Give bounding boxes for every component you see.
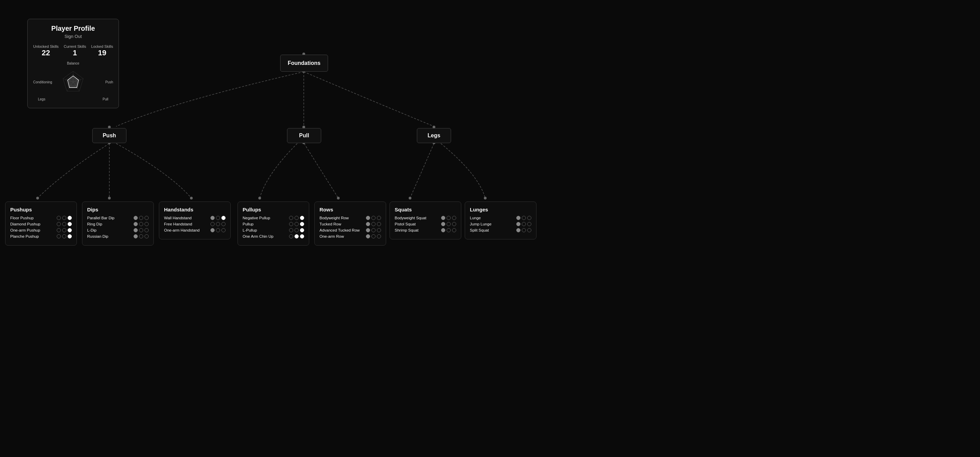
radio-dot[interactable] — [522, 222, 526, 226]
radio-group[interactable] — [516, 228, 531, 232]
radio-dot[interactable] — [366, 234, 370, 238]
radio-dot[interactable] — [522, 216, 526, 220]
radio-dot[interactable] — [441, 228, 445, 232]
foundations-node[interactable]: Foundations — [280, 55, 328, 72]
radio-dot[interactable] — [139, 216, 143, 220]
radio-dot[interactable] — [221, 222, 226, 226]
radio-dot[interactable] — [447, 228, 451, 232]
radio-group[interactable] — [289, 228, 304, 232]
radio-group[interactable] — [366, 228, 381, 232]
radio-dot[interactable] — [377, 222, 381, 226]
pull-node[interactable]: Pull — [287, 128, 321, 143]
radio-dot[interactable] — [522, 228, 526, 232]
radio-dot[interactable] — [371, 216, 375, 220]
radio-group[interactable] — [134, 228, 149, 232]
radio-dot[interactable] — [134, 216, 138, 220]
radio-dot[interactable] — [139, 234, 143, 238]
radio-dot[interactable] — [441, 216, 445, 220]
radio-group[interactable] — [57, 216, 72, 220]
radio-dot[interactable] — [366, 228, 370, 232]
radio-group[interactable] — [441, 228, 456, 232]
radio-dot[interactable] — [134, 234, 138, 238]
radio-dot[interactable] — [300, 228, 304, 232]
radio-dot[interactable] — [447, 216, 451, 220]
radio-dot[interactable] — [221, 228, 226, 232]
radio-group[interactable] — [134, 234, 149, 238]
radio-dot[interactable] — [134, 228, 138, 232]
radio-dot[interactable] — [447, 222, 451, 226]
push-node[interactable]: Push — [92, 128, 126, 143]
radio-dot[interactable] — [289, 216, 293, 220]
legs-node[interactable]: Legs — [417, 128, 451, 143]
radio-dot[interactable] — [371, 234, 375, 238]
radio-dot[interactable] — [62, 222, 66, 226]
radio-group[interactable] — [57, 222, 72, 226]
radio-dot[interactable] — [527, 222, 531, 226]
radio-dot[interactable] — [377, 216, 381, 220]
radio-dot[interactable] — [527, 228, 531, 232]
radio-dot[interactable] — [294, 216, 299, 220]
radio-group[interactable] — [366, 216, 381, 220]
radio-dot[interactable] — [210, 228, 215, 232]
radio-group[interactable] — [57, 234, 72, 238]
radio-dot[interactable] — [452, 222, 456, 226]
radio-dot[interactable] — [145, 216, 149, 220]
radio-dot[interactable] — [68, 222, 72, 226]
radio-dot[interactable] — [216, 222, 220, 226]
radio-group[interactable] — [289, 222, 304, 226]
radio-dot[interactable] — [527, 216, 531, 220]
radio-dot[interactable] — [68, 216, 72, 220]
radio-dot[interactable] — [377, 228, 381, 232]
radio-dot[interactable] — [516, 222, 520, 226]
radio-dot[interactable] — [516, 216, 520, 220]
radio-dot[interactable] — [300, 216, 304, 220]
radio-dot[interactable] — [294, 222, 299, 226]
sign-out-button[interactable]: Sign Out — [33, 34, 113, 39]
radio-dot[interactable] — [57, 234, 61, 238]
radio-dot[interactable] — [452, 228, 456, 232]
radio-group[interactable] — [289, 216, 304, 220]
radio-dot[interactable] — [371, 228, 375, 232]
radio-dot[interactable] — [289, 222, 293, 226]
radio-dot[interactable] — [216, 216, 220, 220]
radio-group[interactable] — [516, 216, 531, 220]
radio-group[interactable] — [289, 234, 304, 238]
radio-dot[interactable] — [62, 228, 66, 232]
radio-dot[interactable] — [452, 216, 456, 220]
radio-dot[interactable] — [134, 222, 138, 226]
radio-group[interactable] — [441, 216, 456, 220]
radio-dot[interactable] — [300, 222, 304, 226]
radio-group[interactable] — [366, 234, 381, 238]
radio-group[interactable] — [441, 222, 456, 226]
radio-dot[interactable] — [300, 234, 304, 238]
radio-dot[interactable] — [57, 228, 61, 232]
radio-dot[interactable] — [371, 222, 375, 226]
radio-dot[interactable] — [294, 234, 299, 238]
radio-dot[interactable] — [216, 228, 220, 232]
radio-dot[interactable] — [289, 228, 293, 232]
radio-dot[interactable] — [145, 222, 149, 226]
radio-dot[interactable] — [441, 222, 445, 226]
radio-dot[interactable] — [221, 216, 226, 220]
radio-dot[interactable] — [289, 234, 293, 238]
radio-dot[interactable] — [516, 228, 520, 232]
radio-group[interactable] — [210, 216, 226, 220]
radio-dot[interactable] — [294, 228, 299, 232]
radio-dot[interactable] — [68, 234, 72, 238]
radio-group[interactable] — [366, 222, 381, 226]
radio-group[interactable] — [210, 228, 226, 232]
radio-group[interactable] — [134, 216, 149, 220]
radio-dot[interactable] — [145, 234, 149, 238]
radio-dot[interactable] — [210, 222, 215, 226]
radio-dot[interactable] — [57, 222, 61, 226]
radio-dot[interactable] — [210, 216, 215, 220]
radio-group[interactable] — [210, 222, 226, 226]
radio-dot[interactable] — [62, 216, 66, 220]
radio-dot[interactable] — [139, 222, 143, 226]
radio-dot[interactable] — [366, 222, 370, 226]
radio-dot[interactable] — [68, 228, 72, 232]
radio-dot[interactable] — [145, 228, 149, 232]
radio-dot[interactable] — [62, 234, 66, 238]
radio-dot[interactable] — [57, 216, 61, 220]
radio-dot[interactable] — [139, 228, 143, 232]
